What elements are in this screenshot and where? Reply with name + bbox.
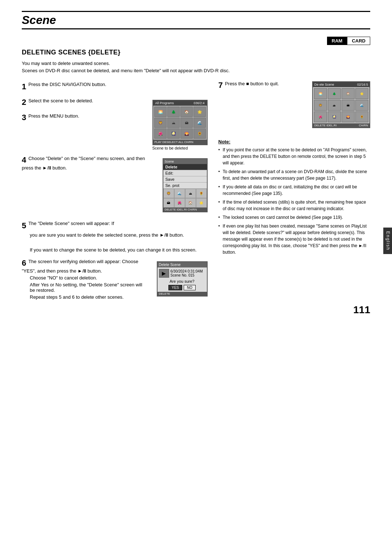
step-5-text-part2: you are sure you want to delete the sele… [30,232,208,239]
step-6: 6 The screen for verifying deletion will… [22,258,208,300]
right-screen-header: De ete Scene 02/16:5 [313,82,369,87]
menu-cell-7: 🏠 [185,198,196,208]
rs-cell-2: 🌲 [328,88,341,99]
confirm-scene-thumb: ▶ [159,269,169,278]
confirm-scene-no: Scene No. 015 [171,273,203,277]
intro-line2: Scenes on DVD-R disc cannot be deleted, … [22,67,370,74]
menu-scene: Scene Delete Edit: Save Se. prot 🦁 🌊 ⛰ 🌻 [163,158,208,212]
page-number: 111 [353,304,370,316]
grid-cell-1: 🌅 [154,107,167,117]
grid-cell-8: 🌊 [193,118,206,128]
step-1: 1 Press the DISC NAVIGATION button. [22,81,208,93]
menu-footer: DELETE IDEL.RI CH/RN [163,208,207,212]
page-title: Scene [22,13,56,26]
step-5-text-part3: If you want to change the scene to be de… [30,246,208,254]
step-3-number: 3 [22,113,26,122]
menu-cell-6: 🌺 [174,198,185,208]
step-2-number: 2 [22,98,26,107]
grid-cell-7: 🏔 [180,118,193,128]
step-7-text: Press the ■ button to quit. [225,81,279,86]
right-screen-grid: 🌅 🌲 🏠 🌟 🦁 ⛰ 🏔 🌊 🌺 🎑 🌄 🌻 [313,87,369,123]
step-7-number: 7 [219,81,223,90]
step-1-number: 1 [22,82,26,91]
grid-cell-9: 🌺 [154,128,167,139]
left-column: 1 Press the DISC NAVIGATION button. 2 Se… [22,81,208,305]
menu-title: Scene [163,159,207,164]
right-screen-header-left: De ete Scene [314,83,334,86]
step-6-image: Delete Scene ▶ 6/30/2024 0:31:04M Scene … [150,259,208,299]
step-7-content: 7 Press the ■ button to quit. [219,81,309,90]
rs-cell-1: 🌅 [314,88,327,99]
step-6-text-part2: Choose "NO" to cancel deletion. [30,275,146,281]
rs-cell-4: 🌟 [355,88,368,99]
menu-edit: Edit: [163,170,207,176]
rs-cell-9: 🌺 [314,111,327,122]
confirm-question: Are you sure? [159,279,205,283]
confirm-body: ▶ 6/30/2024 0:31:04M Scene No. 015 Are y… [158,267,207,292]
step-6-text-part1: The screen for verifying deletion will a… [22,259,138,274]
screen-delete-scene: De ete Scene 02/16:5 🌅 🌲 🏠 🌟 🦁 ⛰ 🏔 🌊 [312,81,370,128]
right-column: 7 Press the ■ button to quit. De ete Sce… [219,81,371,305]
confirm-date-info: 6/30/2024 0:31:04M Scene No. 015 [171,269,203,277]
menu-cell-1: 🦁 [163,189,174,198]
step-6-text-part4: Repeat steps 5 and 6 to delete other sce… [30,294,146,300]
confirm-footer: DELETE [158,292,207,296]
screen1-footer-text: PLAY DESELECT ALL CH/RN [155,140,193,144]
menu-cell-5: 🏔 [163,198,174,208]
step-5-number: 5 [22,221,26,230]
menu-se-prot: Se. prot [163,183,207,189]
badge-row: RAM CARD [22,37,370,45]
screen1-header-left: All Programs [155,101,174,105]
intro-line1: You may want to delete unwanted scenes. [22,60,370,67]
step-2-content: 2 Select the scene to be deleted. 3 Pres… [22,98,142,122]
confirm-date: 6/30/2024 0:31:04M [171,269,203,273]
confirm-no-btn[interactable]: NO [184,285,196,290]
screen-all-programs: All Programs 036/2:4 🌅 🌲 🏠 🌟 🦁 ⛰ 🏔 🌊 [152,100,208,145]
step-6-text-part3: After Yes or No setting, the "Delete Sce… [30,282,146,293]
step-4-content: 4 Choose "Delete" on the "Scene" menu sc… [22,155,152,171]
rs-cell-8: 🌊 [355,100,368,111]
note-item-5: The locked scenes on card cannot be dele… [219,214,371,221]
note-item-3: If you delete all data on disc or card, … [219,184,371,197]
grid-cell-5: 🦁 [154,118,167,128]
grid-cell-4: 🌟 [193,107,206,117]
step-5: 5 The "Delete Scene" screen will appear:… [22,220,208,253]
confirm-yes-btn[interactable]: YES [168,285,182,290]
menu-cell-8: 🌟 [196,198,207,208]
note-title: Note: [219,139,371,144]
screen1-body: 🌅 🌲 🏠 🌟 🦁 ⛰ 🏔 🌊 🌺 🎑 🌄 🌻 [153,106,207,140]
intro-text: You may want to delete unwanted scenes. … [22,60,370,74]
confirm-icon-row: ▶ 6/30/2024 0:31:04M Scene No. 015 [159,269,205,278]
menu-cell-4: 🌻 [196,189,207,198]
note-item-4: If the time of deleted scenes (stills) i… [219,199,371,212]
rs-cell-5: 🦁 [314,100,327,111]
right-screen-footer-left: DELETE IDEL.RI [314,124,336,127]
rs-cell-6: ⛰ [328,100,341,111]
ram-badge: RAM [327,37,347,45]
menu-cell-3: ⛰ [185,189,196,198]
card-badge: CARD [347,37,370,45]
step-4: 4 Choose "Delete" on the "Scene" menu sc… [22,155,208,214]
step-7: 7 Press the ■ button to quit. De ete Sce… [219,81,371,134]
screen-confirm: Delete Scene ▶ 6/30/2024 0:31:04M Scene … [157,261,208,297]
screen1-header-right: 036/2:4 [193,101,204,105]
step-2-image: All Programs 036/2:4 🌅 🌲 🏠 🌟 🦁 ⛰ 🏔 🌊 [145,98,208,150]
right-screen-footer: DELETE IDEL.RI CH/RN [313,123,369,127]
grid-cell-12: 🌻 [193,128,206,139]
note-section: Note: If you point the cursor at the sce… [219,139,371,256]
confirm-btn-row: YES NO [159,285,205,290]
step-4-number: 4 [22,155,26,164]
step-3-text: Press the MENU button. [28,113,79,119]
rs-cell-7: 🏔 [342,100,355,111]
step-5-text-part1: The "Delete Scene" screen will appear: I… [28,221,114,226]
step-2: 2 Select the scene to be deleted. 3 Pres… [22,98,208,150]
step-4-image: Scene Delete Edit: Save Se. prot 🦁 🌊 ⛰ 🌻 [155,156,208,214]
step-4-text: Choose "Delete" on the "Scene" menu scre… [22,156,145,171]
rs-cell-3: 🏠 [342,88,355,99]
section-heading: DELETING SCENES {DELETE} [22,49,370,56]
screen1-footer: PLAY DESELECT ALL CH/RN [153,140,207,144]
right-screen-footer-right: CH/RN [359,124,368,127]
menu-cell-2: 🌊 [174,189,185,198]
screen-label: Scene to be deleted [152,146,208,150]
menu-grid-row: 🦁 🌊 ⛰ 🌻 [163,189,207,198]
